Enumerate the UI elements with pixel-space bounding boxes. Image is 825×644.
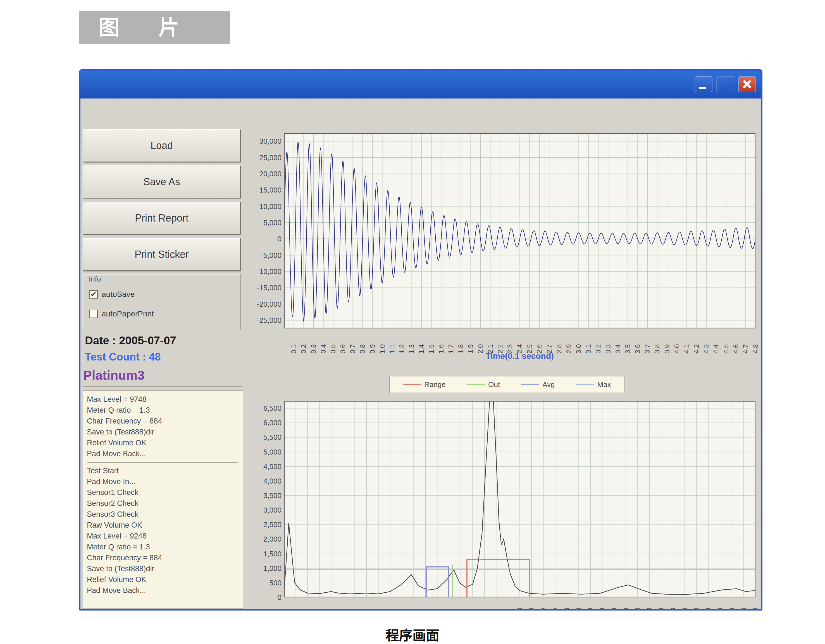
- x-tick-label: 2.9: [565, 330, 573, 354]
- x-tick-label: 1050: [527, 599, 536, 610]
- spectrum-chart-svg: [284, 401, 755, 598]
- y-tick-label: 0: [245, 593, 281, 602]
- sequence-log-line: Pad Move Back...: [87, 585, 243, 596]
- x-tick-label: 0.5: [329, 330, 337, 354]
- sequence-log-line: Sensor1 Check: [87, 487, 243, 498]
- x-tick-label: 550: [409, 599, 418, 610]
- page: 图 片 LoadSave AsPrint ReportPrint Sticker…: [0, 0, 825, 644]
- sequence-log-line: Char Frequency = 884: [87, 553, 243, 563]
- print-sticker-button[interactable]: Print Sticker: [83, 238, 241, 271]
- titlebar: [80, 71, 761, 99]
- legend-label: Max: [597, 380, 611, 389]
- max-legend-swatch: [576, 384, 594, 385]
- avg-legend-swatch: [521, 384, 539, 385]
- result-log-line: Max Level = 9748: [87, 394, 243, 405]
- x-tick-label: 1.6: [437, 330, 445, 354]
- x-tick-label: 2.2: [496, 330, 504, 354]
- x-tick-label: 4.8: [751, 330, 760, 354]
- log-separator: [87, 462, 238, 463]
- x-tick-label: 1950: [740, 599, 748, 610]
- y-tick-label: 10,000: [245, 202, 281, 211]
- sequence-log-line: Pad Move In...: [87, 476, 243, 487]
- window-body: LoadSave AsPrint ReportPrint Sticker Inf…: [80, 99, 761, 609]
- x-tick-label: 1.0: [378, 330, 386, 354]
- x-tick-label: 1.3: [408, 330, 416, 354]
- y-tick-label: 15,000: [245, 186, 281, 194]
- x-tick-label: 0.2: [300, 330, 308, 354]
- checked-checkbox-icon[interactable]: ✔: [90, 290, 98, 299]
- out-legend-swatch: [467, 384, 485, 385]
- x-tick-label: 4.7: [742, 330, 750, 354]
- y-tick-label: 25,000: [245, 153, 281, 162]
- x-tick-label: 1100: [539, 599, 547, 610]
- y-tick-label: -5,000: [245, 251, 281, 260]
- spectrum-legend: RangeOutAvgMax: [389, 376, 625, 393]
- x-tick-label: 3.2: [594, 330, 603, 354]
- x-tick-label: 1250: [575, 599, 583, 610]
- maximize-button[interactable]: [716, 76, 734, 92]
- x-tick-label: 1.9: [467, 330, 475, 354]
- y-tick-label: 4,500: [245, 462, 281, 471]
- x-tick-label: 2.7: [545, 330, 553, 354]
- x-tick-label: 0.9: [368, 330, 377, 354]
- autosave-checkbox[interactable]: ✔autoSave: [90, 289, 134, 300]
- x-tick-label: 1800: [704, 599, 712, 610]
- load-button[interactable]: Load: [83, 129, 241, 162]
- x-tick-label: 4.3: [702, 330, 711, 354]
- y-tick-label: -15,000: [245, 283, 281, 292]
- result-log-line: Char Frequency = 884: [87, 416, 243, 427]
- y-tick-label: 5,000: [245, 218, 281, 227]
- x-tick-label: 1.2: [398, 330, 406, 354]
- y-tick-label: 6,500: [245, 404, 281, 413]
- x-tick-label: 1000: [516, 599, 524, 610]
- test-count-label: Test Count : 48: [85, 351, 161, 363]
- y-tick-label: 500: [245, 578, 281, 587]
- sequence-log-line: Meter Q ratio = 1.3: [87, 542, 243, 553]
- sequence-log-line: Relief Volume OK: [87, 574, 243, 585]
- x-tick-label: 1700: [681, 599, 689, 610]
- close-button[interactable]: [738, 76, 756, 92]
- y-tick-label: -25,000: [245, 316, 281, 325]
- log-block-1: Max Level = 9748Meter Q ratio = 1.3Char …: [87, 394, 243, 459]
- x-tick-label: 400: [374, 599, 383, 610]
- x-tick-label: 1200: [563, 599, 571, 610]
- minimize-button[interactable]: [695, 76, 712, 92]
- autopaperprint-checkbox[interactable]: autoPaperPrint: [90, 308, 154, 319]
- x-tick-label: 450: [386, 599, 394, 610]
- x-tick-label: 1500: [633, 599, 642, 610]
- legend-item-avg: Avg: [521, 380, 555, 389]
- x-tick-label: 1450: [622, 599, 630, 610]
- x-tick-label: 1400: [610, 599, 618, 610]
- y-tick-label: 4,000: [245, 476, 281, 485]
- x-tick-label: 750: [457, 599, 465, 610]
- x-tick-label: 3.1: [584, 330, 593, 354]
- x-tick-label: 1900: [728, 599, 736, 610]
- date-label: Date : 2005-07-07: [85, 334, 176, 347]
- y-tick-label: 2,000: [245, 535, 281, 544]
- header-badge: 图 片: [79, 11, 230, 44]
- sequence-log-line: Max Level = 9248: [87, 531, 243, 542]
- x-tick-label: 850: [480, 599, 488, 610]
- x-tick-label: 3.5: [624, 330, 632, 354]
- legend-label: Out: [488, 380, 500, 389]
- result-log-line: Pad Move Back...: [87, 448, 243, 459]
- x-tick-label: 4.4: [712, 330, 720, 354]
- x-tick-label: 1600: [657, 599, 665, 610]
- result-log-line: Relief Volume OK: [87, 438, 243, 448]
- y-tick-label: -10,000: [245, 267, 281, 276]
- print-report-button[interactable]: Print Report: [83, 202, 241, 235]
- y-tick-label: 1,500: [245, 549, 281, 558]
- y-tick-label: 0: [245, 234, 281, 243]
- x-tick-label: 4.6: [732, 330, 740, 354]
- x-tick-label: 150: [315, 599, 324, 610]
- unchecked-checkbox-icon[interactable]: [90, 310, 98, 318]
- x-tick-label: 0.3: [309, 330, 318, 354]
- x-tick-label: 1850: [716, 599, 724, 610]
- x-tick-label: 4.2: [692, 330, 701, 354]
- x-tick-label: 1.5: [427, 330, 436, 354]
- x-tick-label: 0.8: [358, 330, 367, 354]
- save-as-button[interactable]: Save As: [83, 165, 241, 199]
- x-tick-label: 1.7: [447, 330, 455, 354]
- x-tick-label: 50: [292, 599, 300, 610]
- legend-item-max: Max: [576, 380, 611, 389]
